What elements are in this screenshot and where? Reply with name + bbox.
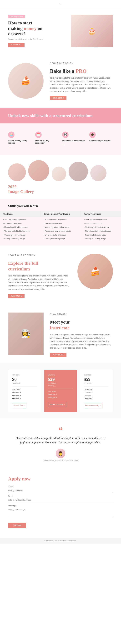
- hamburger-icon[interactable]: ☰: [59, 2, 62, 6]
- hero-image: 🎂: [71, 15, 113, 47]
- skills-section: Skills you will learn The Basics Sample …: [0, 199, 121, 246]
- about-cta-button[interactable]: READ MORE: [50, 96, 66, 100]
- pricing-section: For Team $0 Per Month 15 Users Feature 2…: [0, 363, 121, 418]
- quote-mark-icon: ❝: [13, 426, 108, 434]
- pricing-features-2: 15 Users Feature 3 Feature 4: [48, 390, 73, 399]
- feature-arrow-2[interactable]: →: [35, 146, 59, 149]
- form-name-group: Name: [8, 486, 113, 493]
- pricing-cta-1[interactable]: Upload Free →: [12, 403, 27, 408]
- feature-icon-3: 💬: [62, 132, 69, 138]
- gallery-image-4: [69, 162, 88, 181]
- feature-title-4: All levels of production: [89, 140, 113, 142]
- form-message-group: Message: [8, 504, 113, 518]
- feature-arrow-4[interactable]: →: [89, 143, 113, 146]
- gallery-image-3: [52, 166, 66, 181]
- feature-item-2: 📅 Flexible 30-day curriculum →: [35, 132, 59, 149]
- pricing-period-1: Per Month: [12, 382, 37, 384]
- feature-title-3: Feedback & discussions: [62, 140, 86, 142]
- about-salon-section: 🍰 ABOUT OUR SALON Bake like a PRO Take y…: [0, 54, 121, 108]
- about-content: ABOUT OUR SALON Bake like a PRO Take you…: [50, 62, 113, 100]
- about-body: Take your baking to the next level in 30…: [50, 76, 113, 93]
- pricing-features-3: 15 Users Feature 2 Feature 3 Feature 4: [84, 388, 109, 400]
- skills-cell-1-6: Chilling and resting dough: [0, 237, 40, 241]
- explore-label: ABOUT OUR PROGRAM: [8, 254, 71, 257]
- pink-banner: Unlock new skills with a structured curr…: [0, 108, 121, 124]
- banner-headline: Unlock new skills with a structured curr…: [8, 113, 113, 118]
- testimonial-author-image: 👩: [56, 448, 65, 458]
- feature-icon-2: 📅: [35, 132, 42, 138]
- pricing-feature-2-3: Feature 4: [48, 396, 73, 399]
- pricing-card-free: For Team $0 Per Month 15 Users Feature 2…: [8, 370, 41, 412]
- name-input[interactable]: [8, 488, 113, 493]
- pricing-cta-2[interactable]: Proceed Annually →: [48, 402, 67, 407]
- hero-cta-button[interactable]: READ MORE: [8, 43, 24, 47]
- pricing-feature-1-2: Feature 2: [12, 391, 37, 394]
- explore-body: Take your baking to the next level in 30…: [8, 274, 71, 291]
- pricing-price-2: $29: [48, 377, 73, 382]
- hero-image-placeholder: 🎂: [71, 15, 113, 47]
- hero-content: Free consultation How to start making mo…: [8, 15, 71, 47]
- testimonial-section: ❝ Duis aute irure dolor in reprehenderit…: [0, 418, 121, 470]
- pricing-note-2: Annually _: [48, 385, 73, 387]
- skills-cell-3-1: Sourcing quality ingredients: [81, 217, 121, 221]
- explore-section: ABOUT OUR PROGRAM Explore the full curri…: [0, 246, 121, 306]
- pricing-features-1: 15 Users Feature 2 Feature 3 Feature 4: [12, 388, 37, 400]
- pricing-tier-3: Business: [84, 374, 109, 376]
- instructor-label: NINA DOWSON: [50, 312, 113, 316]
- pricing-card-diamond: Diamond $29 Per Month Annually _ 15 User…: [44, 370, 77, 412]
- skills-cell-1-1: Sourcing quality ingredients: [0, 217, 40, 221]
- explore-cta-button[interactable]: READ MORE: [8, 294, 24, 298]
- gallery-headline: 2022 Image Gallery: [8, 184, 113, 194]
- free-consultation-badge: Free consultation: [8, 15, 25, 18]
- skills-cell-3-2: Essential baking tools: [81, 221, 121, 225]
- skills-col-header-3: Pastry Techniques: [81, 211, 121, 217]
- feature-arrow-1[interactable]: →: [8, 146, 32, 149]
- about-headline: Bake like a PRO: [50, 68, 113, 74]
- feature-arrow-3[interactable]: →: [62, 143, 86, 146]
- feature-title-1: Bake 8 bakery-ready recipes: [8, 140, 32, 144]
- explore-content: ABOUT OUR PROGRAM Explore the full curri…: [8, 254, 77, 298]
- pricing-period-3: Per Month: [84, 382, 109, 384]
- explore-image: 🍰: [77, 254, 113, 289]
- pricing-price-3: $59: [84, 377, 109, 382]
- message-label: Message: [8, 504, 113, 507]
- feature-item-1: 🧁 Bake 8 bakery-ready recipes →: [8, 132, 32, 149]
- skills-cell-3-4: The science behind baked goods: [81, 229, 121, 233]
- pricing-feature-1-4: Feature 4: [12, 397, 37, 400]
- gallery-section: 2022 Image Gallery: [0, 155, 121, 199]
- pricing-cta-3[interactable]: Proceed Annually →: [84, 403, 103, 408]
- features-grid: 🧁 Bake 8 bakery-ready recipes → 📅 Flexib…: [8, 132, 113, 149]
- skills-row-3: Measuring with a kitchen scale Measuring…: [0, 225, 121, 229]
- skills-cell-1-5: Creaming butter and sugar: [0, 233, 40, 237]
- pricing-tier-1: For Team: [12, 374, 37, 376]
- testimonial-text: Duis aute irure dolor in reprehenderit i…: [13, 436, 108, 445]
- skills-table: The Basics Sample Uplevel Your Baking Pa…: [0, 211, 121, 241]
- email-input[interactable]: [8, 498, 113, 502]
- pricing-period-2: Per Month: [48, 382, 73, 384]
- pricing-feature-3-1: 15 Users: [84, 388, 109, 391]
- gallery-images: [8, 160, 113, 181]
- instructor-content: NINA DOWSON Meet your instructor Take yo…: [50, 312, 113, 357]
- testimonial-author: Mary Peterson, Content Manager Operation…: [13, 460, 108, 462]
- submit-button[interactable]: SUBMIT: [8, 523, 26, 528]
- skills-col-header-1: The Basics: [0, 211, 40, 217]
- instructor-image: 👩‍🍳: [8, 312, 44, 354]
- gallery-image-1: [8, 164, 26, 181]
- gallery-image-2: [28, 160, 49, 181]
- skills-col-header-2: Sample Uplevel Your Baking: [40, 211, 81, 217]
- footer-text: Sample text. Click to select the Text El…: [8, 540, 113, 542]
- pricing-feature-2-2: Feature 3: [48, 393, 73, 396]
- instructor-headline: Meet your instructor: [50, 319, 113, 331]
- skills-row-1: Sourcing quality ingredients Sourcing qu…: [0, 217, 121, 221]
- skills-cell-2-2: Essential baking tools: [40, 221, 81, 225]
- hero-headline: How to start making money on desserts?: [8, 20, 68, 36]
- feature-title-2: Flexible 30-day curriculum: [35, 140, 59, 144]
- instructor-section: 👩‍🍳 NINA DOWSON Meet your instructor Tak…: [0, 306, 121, 363]
- gallery-image-5: [90, 165, 107, 181]
- message-textarea[interactable]: [8, 508, 113, 517]
- skills-cell-3-5: Creaming butter and sugar: [81, 233, 121, 237]
- about-label: ABOUT OUR SALON: [50, 62, 113, 65]
- instructor-cta-button[interactable]: READ MORE: [50, 353, 66, 357]
- pricing-feature-1-1: 15 Users: [12, 388, 37, 391]
- feature-icon-1: 🧁: [8, 132, 14, 138]
